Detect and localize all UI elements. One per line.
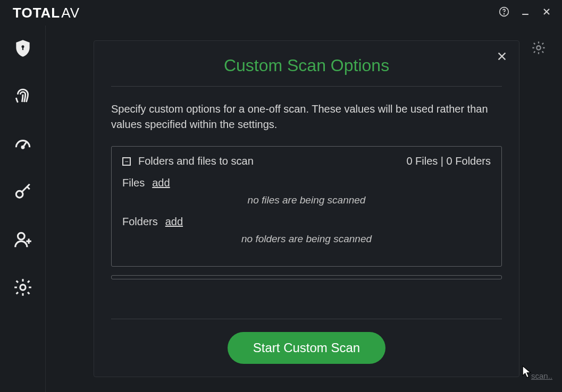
scan-targets-box: − Folders and files to scan 0 Files | 0 … <box>111 146 502 267</box>
divider <box>111 86 502 87</box>
shield-icon <box>13 38 33 61</box>
help-button[interactable] <box>495 4 513 22</box>
titlebar: TOTAL AV <box>0 0 562 25</box>
help-icon <box>499 6 509 19</box>
files-empty-message: no files are being scanned <box>122 194 491 206</box>
panel-settings-button[interactable] <box>531 40 547 56</box>
sidebar-item-performance[interactable] <box>11 133 35 157</box>
scan-targets-title: Folders and files to scan <box>138 155 399 167</box>
fingerprint-icon <box>13 86 33 108</box>
close-window-button[interactable] <box>538 4 556 22</box>
svg-point-10 <box>18 233 24 240</box>
logo-text-bold: TOTAL <box>13 5 60 21</box>
gear-icon <box>13 277 33 300</box>
svg-point-1 <box>504 14 505 14</box>
logo-text-light: AV <box>61 5 80 21</box>
speedometer-icon <box>13 134 33 156</box>
svg-point-13 <box>20 285 25 290</box>
minimize-button[interactable] <box>516 4 534 22</box>
svg-point-8 <box>22 146 24 148</box>
add-files-link[interactable]: add <box>152 177 170 189</box>
modal-close-button[interactable] <box>494 50 509 65</box>
sidebar-item-family[interactable] <box>11 228 35 253</box>
close-icon <box>541 6 552 19</box>
start-custom-scan-button[interactable]: Start Custom Scan <box>228 332 385 364</box>
sidebar-item-settings[interactable] <box>11 276 35 301</box>
divider <box>111 319 502 319</box>
custom-scan-modal: Custom Scan Options Specify custom optio… <box>94 40 519 377</box>
close-icon <box>496 50 508 65</box>
modal-description: Specify custom options for a one-off sca… <box>111 101 502 132</box>
app-logo: TOTAL AV <box>13 5 80 21</box>
svg-rect-6 <box>22 47 23 50</box>
gear-icon <box>531 48 546 57</box>
add-user-icon <box>13 229 33 252</box>
sidebar-item-password[interactable] <box>11 181 35 205</box>
modal-title: Custom Scan Options <box>111 56 502 75</box>
svg-point-14 <box>536 46 540 49</box>
files-label: Files <box>122 177 145 189</box>
folders-label: Folders <box>122 216 158 228</box>
corner-hint-text: scan.. <box>531 371 552 380</box>
next-section-peek <box>111 275 502 279</box>
modal-scroll-area: Specify custom options for a one-off sca… <box>111 101 502 307</box>
scan-targets-count: 0 Files | 0 Folders <box>406 155 491 167</box>
svg-point-9 <box>16 191 23 198</box>
collapse-icon[interactable]: − <box>122 157 131 166</box>
minimize-icon <box>520 6 531 19</box>
key-icon <box>13 182 33 204</box>
sidebar-item-privacy[interactable] <box>11 85 35 109</box>
sidebar-item-protection[interactable] <box>11 37 35 62</box>
sidebar <box>0 25 46 392</box>
add-folders-link[interactable]: add <box>165 216 183 228</box>
content-area: Custom Scan Options Specify custom optio… <box>46 25 562 392</box>
folders-empty-message: no folders are being scanned <box>122 233 491 245</box>
